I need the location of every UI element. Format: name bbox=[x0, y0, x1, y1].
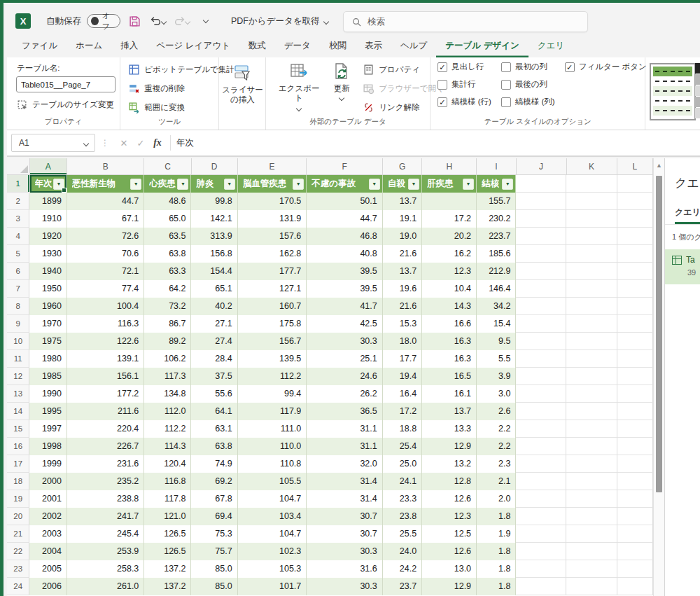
table-cell[interactable]: 16.5 bbox=[422, 368, 477, 385]
quick-access-customize-button[interactable] bbox=[196, 11, 216, 31]
table-cell[interactable]: 1.8 bbox=[477, 543, 516, 560]
column-header-G[interactable]: G bbox=[383, 158, 422, 174]
table-cell[interactable]: 156.8 bbox=[191, 245, 237, 263]
table-cell[interactable]: 63.8 bbox=[191, 438, 237, 455]
table-cell[interactable]: 25.4 bbox=[383, 438, 422, 455]
vertical-scrollbar[interactable]: ▲ bbox=[653, 158, 664, 596]
table-cell[interactable]: 1995 bbox=[29, 403, 66, 420]
table-cell[interactable]: 85.0 bbox=[191, 578, 237, 595]
column-header-D[interactable]: D bbox=[192, 158, 238, 174]
empty-cell[interactable] bbox=[516, 420, 566, 438]
table-cell[interactable]: 44.7 bbox=[307, 210, 382, 228]
empty-cell[interactable] bbox=[516, 368, 566, 385]
table-cell[interactable]: 1998 bbox=[29, 438, 66, 455]
table-cell[interactable]: 18.0 bbox=[383, 333, 422, 350]
table-cell[interactable]: 112.0 bbox=[144, 403, 191, 420]
table-cell[interactable]: 89.2 bbox=[144, 333, 191, 350]
filter-button-icon[interactable]: ▼ bbox=[463, 179, 474, 190]
scroll-up-icon[interactable]: ▲ bbox=[654, 158, 664, 169]
empty-cell[interactable] bbox=[516, 525, 566, 543]
search-input[interactable]: 検索 bbox=[343, 11, 588, 32]
table-cell[interactable]: 253.9 bbox=[67, 543, 144, 560]
table-cell[interactable]: 23.3 bbox=[383, 490, 422, 508]
table-cell[interactable]: 40.8 bbox=[307, 245, 382, 263]
table-cell[interactable]: 21.6 bbox=[383, 298, 422, 315]
resize-table-button[interactable]: テーブルのサイズ変更 bbox=[16, 99, 114, 111]
table-cell[interactable]: 2005 bbox=[29, 560, 66, 578]
empty-cell[interactable] bbox=[566, 193, 617, 210]
table-cell[interactable]: 127.1 bbox=[238, 280, 307, 298]
empty-cell[interactable] bbox=[566, 350, 617, 368]
table-header-cell[interactable]: 脳血管疾患▼ bbox=[238, 175, 307, 193]
table-cell[interactable]: 1975 bbox=[29, 333, 66, 350]
table-cell[interactable]: 104.7 bbox=[238, 490, 307, 508]
table-cell[interactable]: 156.7 bbox=[238, 333, 307, 350]
table-cell[interactable]: 1950 bbox=[29, 280, 66, 298]
table-style-preview-next[interactable] bbox=[695, 63, 700, 120]
table-cell[interactable]: 20.2 bbox=[422, 228, 477, 245]
table-cell[interactable]: 1990 bbox=[29, 385, 66, 403]
tab-4[interactable]: 数式 bbox=[239, 36, 275, 57]
table-cell[interactable]: 226.7 bbox=[67, 438, 144, 455]
table-cell[interactable]: 44.7 bbox=[67, 193, 144, 210]
row-header-18[interactable]: 18 bbox=[7, 473, 29, 490]
name-box[interactable]: A1 bbox=[11, 134, 95, 152]
table-cell[interactable]: 15.4 bbox=[477, 315, 516, 333]
table-cell[interactable]: 156.1 bbox=[67, 368, 144, 385]
autosave-control[interactable]: 自動保存 オフ bbox=[46, 14, 120, 28]
checked-icon[interactable]: ✓ bbox=[565, 62, 575, 72]
refresh-button[interactable]: 更新 bbox=[326, 62, 357, 100]
table-cell[interactable]: 12.6 bbox=[422, 543, 477, 560]
row-header-5[interactable]: 5 bbox=[7, 245, 29, 263]
empty-cell[interactable] bbox=[617, 543, 653, 560]
table-cell[interactable]: 220.4 bbox=[67, 420, 144, 438]
table-cell[interactable]: 30.3 bbox=[307, 578, 382, 595]
table-cell[interactable]: 72.1 bbox=[67, 263, 144, 280]
column-header-K[interactable]: K bbox=[567, 158, 617, 174]
table-cell[interactable]: 18.8 bbox=[383, 420, 422, 438]
table-cell[interactable]: 30.7 bbox=[307, 508, 382, 525]
empty-cell[interactable] bbox=[516, 245, 566, 263]
undo-button[interactable] bbox=[148, 11, 168, 31]
empty-cell[interactable] bbox=[617, 245, 653, 263]
empty-cell[interactable] bbox=[516, 438, 566, 455]
empty-cell[interactable] bbox=[516, 560, 566, 578]
tab-7[interactable]: 表示 bbox=[356, 36, 391, 57]
table-header-cell[interactable]: 年次▼ bbox=[30, 175, 67, 193]
table-cell[interactable]: 13.7 bbox=[383, 193, 422, 210]
table-cell[interactable]: 5.5 bbox=[477, 350, 516, 368]
checked-icon[interactable]: ✓ bbox=[438, 97, 447, 107]
empty-cell[interactable] bbox=[566, 455, 617, 473]
unchecked-icon[interactable] bbox=[438, 80, 447, 90]
table-cell[interactable]: 112.2 bbox=[238, 368, 307, 385]
empty-cell[interactable] bbox=[516, 403, 566, 420]
table-cell[interactable]: 177.7 bbox=[238, 263, 307, 280]
table-cell[interactable]: 1980 bbox=[29, 350, 66, 368]
empty-cell[interactable] bbox=[566, 543, 617, 560]
empty-cell[interactable] bbox=[516, 280, 566, 298]
table-style-preview[interactable] bbox=[650, 63, 696, 120]
empty-cell[interactable] bbox=[516, 455, 566, 473]
empty-cell[interactable] bbox=[516, 210, 566, 228]
table-cell[interactable]: 16.2 bbox=[422, 245, 477, 263]
table-cell[interactable]: 37.5 bbox=[191, 368, 237, 385]
table-cell[interactable]: 31.1 bbox=[307, 438, 382, 455]
table-cell[interactable]: 157.6 bbox=[238, 228, 307, 245]
insert-slicer-button[interactable]: スライサーの挿入 bbox=[220, 63, 264, 105]
table-cell[interactable]: 32.0 bbox=[307, 455, 382, 473]
row-header-9[interactable]: 9 bbox=[7, 315, 29, 333]
table-cell[interactable]: 2.3 bbox=[477, 455, 516, 473]
empty-cell[interactable] bbox=[617, 193, 653, 210]
row-header-3[interactable]: 3 bbox=[7, 210, 29, 228]
table-cell[interactable]: 42.5 bbox=[307, 315, 382, 333]
empty-cell[interactable] bbox=[566, 403, 617, 420]
row-header-20[interactable]: 20 bbox=[7, 508, 29, 525]
empty-cell[interactable] bbox=[617, 385, 653, 403]
table-cell[interactable]: 17.2 bbox=[383, 403, 422, 420]
table-cell[interactable]: 10.4 bbox=[422, 280, 477, 298]
table-cell[interactable]: 13.7 bbox=[422, 403, 477, 420]
tab-queries[interactable]: クエリ bbox=[675, 207, 700, 224]
table-cell[interactable]: 104.7 bbox=[238, 525, 307, 543]
empty-cell[interactable] bbox=[516, 333, 566, 350]
table-cell[interactable]: 1930 bbox=[29, 245, 66, 263]
